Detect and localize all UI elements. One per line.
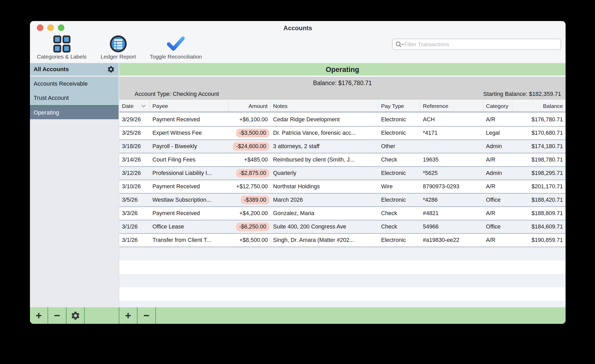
search-icon: [395, 41, 404, 48]
toggle-reconciliation-label: Toggle Reconciliation: [150, 54, 202, 60]
add-account-button[interactable]: +: [30, 307, 48, 324]
remove-transaction-button[interactable]: −: [137, 307, 155, 324]
add-transaction-button[interactable]: +: [119, 307, 137, 324]
sidebar-header: All Accounts: [30, 63, 119, 76]
negative-amount-pill: -$24,600.00: [233, 142, 269, 151]
account-info-bar: Balance: $176,780.71 Account Type: Check…: [119, 77, 566, 100]
empty-row-stripes: [119, 247, 566, 307]
cell-payee: Payroll - Biweekly: [150, 140, 229, 153]
column-header-payee[interactable]: Payee: [150, 100, 229, 112]
table-row[interactable]: 3/3/26Payment Received+$4,200.00Gonzalez…: [119, 207, 566, 220]
content-area: All Accounts Accounts Receivable Trust A…: [30, 63, 566, 307]
cell-reference: #a19830-ee22: [420, 234, 483, 247]
cell-reference: #4821: [420, 207, 483, 220]
cell-reference: 19635: [420, 153, 483, 166]
cell-balance: $188,809.71: [512, 207, 566, 220]
table-row[interactable]: 3/12/26Professional Liability I...-$2,87…: [119, 167, 566, 180]
cell-category: A/R: [483, 207, 512, 220]
cell-pay-type: Electronic: [378, 234, 420, 247]
accounts-sidebar: All Accounts Accounts Receivable Trust A…: [30, 63, 119, 307]
desktop-background: Accounts Categories & Labels: [0, 0, 595, 364]
accounts-window: Accounts Categories & Labels: [30, 21, 566, 324]
column-header-amount[interactable]: Amount: [229, 100, 270, 112]
table-row[interactable]: 3/29/26Payment Received+$6,100.00Cedar R…: [119, 113, 566, 127]
cell-date: 3/5/26: [119, 194, 150, 206]
cell-category: Office: [483, 194, 512, 206]
ledger-report-button[interactable]: Ledger Report: [100, 34, 137, 61]
table-row[interactable]: 3/1/26Transfer from Client T...+$8,500.0…: [119, 234, 566, 247]
table-body: 3/29/26Payment Received+$6,100.00Cedar R…: [119, 113, 566, 247]
cell-payee: Payment Received: [150, 207, 229, 220]
empty-stripe: [119, 301, 566, 307]
column-header-category[interactable]: Category: [483, 100, 512, 112]
column-header-pay-type[interactable]: Pay Type: [378, 100, 420, 112]
cell-date: 3/1/26: [119, 220, 150, 233]
table-row[interactable]: 3/1/26Office Lease-$6,250.00Suite 400, 2…: [119, 220, 566, 234]
cell-notes: Quarterly: [270, 167, 378, 180]
sidebar-item-label: Accounts Receivable: [34, 80, 88, 87]
cell-pay-type: Electronic: [378, 127, 420, 139]
cell-payee: Transfer from Client T...: [150, 234, 229, 247]
cell-pay-type: Check: [378, 153, 420, 166]
table-row[interactable]: 3/10/26Payment Received+$12,750.00Norths…: [119, 180, 566, 194]
footer-separator: [48, 307, 48, 324]
search-input[interactable]: [404, 41, 558, 48]
empty-stripe: [119, 287, 566, 301]
cell-balance: $198,295.71: [512, 167, 566, 180]
cell-reference: *5625: [420, 167, 483, 180]
sidebar-item-accounts-receivable[interactable]: Accounts Receivable: [30, 77, 119, 91]
cell-reference: 54966: [420, 220, 483, 233]
cell-pay-type: Wire: [378, 180, 420, 193]
cell-payee: Court Filing Fees: [150, 153, 229, 166]
cell-balance: $184,609.71: [512, 220, 566, 233]
cell-pay-type: Other: [378, 140, 420, 153]
ledger-main: Operating Balance: $176,780.71 Account T…: [119, 63, 566, 307]
cell-balance: $188,420.71: [512, 194, 566, 206]
table-row[interactable]: 3/18/26Payroll - Biweekly-$24,600.003 at…: [119, 140, 566, 153]
sidebar-gear-icon[interactable]: [107, 65, 115, 73]
cell-amount: -$6,250.00: [229, 220, 270, 233]
cell-pay-type: Electronic: [378, 194, 420, 206]
toggle-reconciliation-button[interactable]: Toggle Reconciliation: [146, 34, 206, 61]
sidebar-account-list: Accounts Receivable Trust Account Operat…: [30, 77, 119, 119]
sidebar-item-label: Trust Account: [34, 95, 69, 101]
column-header-date[interactable]: Date: [119, 100, 150, 112]
table-row[interactable]: 3/14/26Court Filing Fees+$485.00Reimburs…: [119, 153, 566, 167]
categories-grid-icon: [53, 34, 70, 54]
filter-search-field[interactable]: [392, 39, 561, 50]
cell-amount: +$485.00: [229, 153, 270, 166]
column-header-balance[interactable]: Balance: [512, 100, 566, 112]
sidebar-item-label: Operating: [34, 109, 59, 116]
cell-date: 3/1/26: [119, 234, 150, 247]
cell-amount: +$8,500.00: [229, 234, 270, 247]
cell-payee: Expert Witness Fee: [150, 127, 229, 139]
cell-payee: Payment Received: [150, 113, 229, 126]
cell-date: 3/18/26: [119, 140, 150, 153]
cell-balance: $174,180.71: [512, 140, 566, 153]
cell-date: 3/14/26: [119, 153, 150, 166]
cell-date: 3/29/26: [119, 113, 150, 126]
cell-payee: Office Lease: [150, 220, 229, 233]
account-settings-button[interactable]: [66, 307, 84, 324]
column-header-notes[interactable]: Notes: [270, 100, 378, 112]
ledger-report-icon: [110, 34, 127, 54]
cell-category: A/R: [483, 153, 512, 166]
checkmark-icon: [167, 34, 185, 54]
remove-account-button[interactable]: −: [48, 307, 66, 324]
table-header: Date Payee Amount Notes Pay Type Referen…: [119, 100, 566, 112]
cell-amount: -$2,875.00: [229, 167, 270, 180]
cell-notes: Reimbursed by client (Smith, J...: [270, 153, 378, 166]
table-row[interactable]: 3/25/26Expert Witness Fee-$3,500.00Dr. P…: [119, 127, 566, 140]
table-row[interactable]: 3/5/26Westlaw Subscription...-$389.00Mar…: [119, 194, 566, 207]
toolbar: Categories & Labels Ledger Report: [30, 34, 566, 63]
categories-labels-button[interactable]: Categories & Labels: [32, 34, 92, 61]
ledger-report-label: Ledger Report: [101, 54, 136, 60]
empty-stripe: [119, 274, 566, 287]
cell-pay-type: Check: [378, 220, 420, 233]
categories-labels-label: Categories & Labels: [37, 54, 86, 60]
cell-reference: 8790973-0293: [420, 180, 483, 193]
sidebar-item-trust-account[interactable]: Trust Account: [30, 91, 119, 105]
sidebar-item-operating[interactable]: Operating: [30, 105, 119, 119]
column-header-reference[interactable]: Reference: [420, 100, 483, 112]
cell-category: Office: [483, 220, 512, 233]
